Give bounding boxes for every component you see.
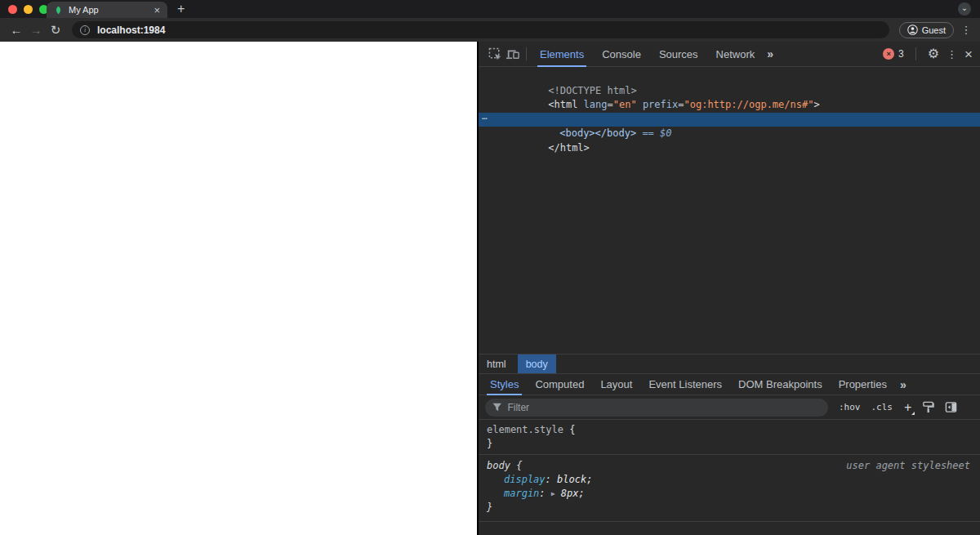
inspect-element-icon[interactable] — [486, 45, 504, 63]
css-property-display[interactable]: display: block; — [479, 473, 980, 487]
content-area: Elements Console Sources Network » × 3 ⚙… — [0, 42, 980, 535]
tab-strip: My App × + ⌄ — [0, 0, 980, 18]
device-toolbar-icon[interactable] — [504, 45, 522, 63]
close-window-button[interactable] — [8, 5, 17, 14]
browser-window: My App × + ⌄ ← → ↻ i localhost:1984 Gues… — [0, 0, 980, 535]
dom-row-doctype[interactable]: <!DOCTYPE html> — [479, 69, 980, 84]
devtools-close-icon[interactable]: × — [964, 47, 973, 61]
minimize-window-button[interactable] — [24, 5, 33, 14]
rendered-page — [0, 42, 477, 535]
plus-dropdown-corner — [911, 412, 915, 415]
browser-menu-kebab-icon[interactable]: ⋮ — [959, 24, 973, 36]
leaf-favicon-icon — [54, 5, 63, 16]
devtools-toolbar: Elements Console Sources Network » × 3 ⚙… — [479, 42, 980, 67]
back-button[interactable]: ← — [7, 23, 26, 37]
dom-row-body-selected[interactable]: …<body></body> == $0 — [479, 113, 980, 127]
forward-button[interactable]: → — [26, 23, 46, 37]
tab-event-listeners[interactable]: Event Listeners — [640, 373, 730, 395]
body-rule-close: } — [479, 501, 980, 515]
element-style-close: } — [479, 437, 980, 451]
toggle-sidebar-icon[interactable] — [945, 401, 957, 413]
styles-sidebar-tabs: Styles Computed Layout Event Listeners D… — [479, 373, 980, 395]
url-text[interactable]: localhost:1984 — [97, 25, 165, 36]
tab-search-chevron-icon[interactable]: ⌄ — [958, 2, 971, 16]
browser-tab[interactable]: My App × — [47, 2, 167, 18]
dom-breadcrumb: html body — [479, 354, 980, 373]
error-count-badge[interactable]: × 3 — [883, 48, 904, 60]
element-style-selector[interactable]: element.style { — [479, 423, 980, 437]
settings-gear-icon[interactable]: ⚙ — [928, 47, 939, 60]
breadcrumb-html[interactable]: html — [479, 354, 514, 373]
tab-styles[interactable]: Styles — [482, 373, 527, 395]
toggle-class-button[interactable]: .cls — [871, 402, 893, 412]
tab-elements[interactable]: Elements — [531, 42, 593, 67]
reload-button[interactable]: ↻ — [46, 23, 65, 38]
tab-dom-breakpoints[interactable]: DOM Breakpoints — [730, 373, 831, 395]
error-icon: × — [883, 48, 894, 60]
error-count: 3 — [898, 48, 904, 60]
stylesheet-origin-label: user agent stylesheet — [846, 459, 972, 473]
tab-sources[interactable]: Sources — [650, 42, 707, 67]
dom-row-head[interactable]: ▶<head>… </head> — [479, 98, 980, 113]
dom-row-html-close[interactable]: </html> — [479, 127, 980, 141]
toolbar-separator — [526, 47, 527, 60]
site-info-icon[interactable]: i — [80, 25, 90, 35]
tab-computed[interactable]: Computed — [527, 373, 592, 395]
guest-profile-button[interactable]: Guest — [899, 22, 954, 38]
css-property-margin[interactable]: margin: ▶ 8px; — [479, 487, 980, 501]
window-controls — [8, 5, 48, 14]
filter-pill[interactable] — [485, 399, 828, 417]
person-icon — [907, 25, 918, 35]
body-selector[interactable]: body { — [487, 459, 522, 473]
browser-toolbar: ← → ↻ i localhost:1984 Guest ⋮ — [0, 18, 980, 42]
dom-row-html-open[interactable]: <html lang="en" prefix="og:http://ogp.me… — [479, 84, 980, 99]
address-bar[interactable]: i localhost:1984 — [72, 21, 889, 38]
user-agent-rule: body { user agent stylesheet display: bl… — [479, 459, 980, 515]
tab-layout[interactable]: Layout — [592, 373, 640, 395]
toggle-hover-state-button[interactable]: :hov — [839, 402, 861, 412]
styles-filter-row: :hov .cls + — [479, 395, 980, 420]
new-style-rule-button[interactable]: + — [904, 401, 911, 414]
rendering-emulation-icon[interactable] — [922, 401, 934, 413]
styles-pane: element.style { } body { user agent styl… — [479, 420, 980, 535]
row-kebab-icon[interactable]: … — [482, 109, 488, 124]
tab-properties[interactable]: Properties — [831, 373, 895, 395]
devtools-panel: Elements Console Sources Network » × 3 ⚙… — [479, 42, 980, 535]
funnel-filter-icon — [492, 403, 501, 412]
tab-title: My App — [69, 5, 154, 15]
styles-bottom-separator — [479, 521, 980, 522]
guest-label: Guest — [922, 25, 946, 35]
breadcrumb-body[interactable]: body — [518, 354, 556, 373]
dom-tree: <!DOCTYPE html> <html lang="en" prefix="… — [479, 67, 980, 354]
more-panels-chevron-icon[interactable]: » — [764, 47, 775, 60]
new-tab-button[interactable]: + — [174, 0, 188, 18]
styles-filter-input[interactable] — [507, 402, 821, 413]
devtools-menu-kebab-icon[interactable]: ⋮ — [947, 48, 957, 60]
tab-close-icon[interactable]: × — [154, 5, 160, 16]
more-sidebar-tabs-chevron-icon[interactable]: » — [895, 378, 910, 391]
tab-network[interactable]: Network — [707, 42, 764, 67]
toolbar-separator — [915, 47, 916, 60]
tab-console[interactable]: Console — [593, 42, 650, 67]
rule-separator — [479, 454, 980, 455]
